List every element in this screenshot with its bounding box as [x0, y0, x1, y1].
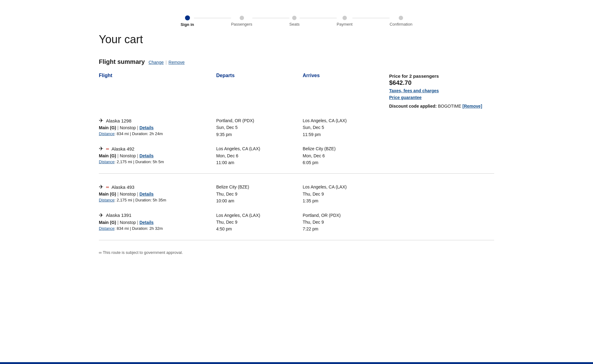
distance-link[interactable]: Distance — [99, 226, 115, 231]
change-link[interactable]: Change — [149, 60, 164, 65]
page-title: Your cart — [99, 33, 494, 46]
flight-summary-header: Flight summary Change | Remove — [99, 58, 494, 65]
flight-name-row-1-0: ✈∞Alaska 493 — [99, 184, 216, 190]
col-header-departs: Departs — [216, 73, 303, 109]
step-dot-signin — [185, 15, 190, 20]
col-header-arrives: Arrives — [303, 73, 389, 109]
flight-info-1-0: ✈∞Alaska 493Main (G) | Nonstop | Details… — [99, 184, 216, 202]
footer-note: ∞ This route is subject to government ap… — [99, 248, 494, 255]
progress-step-seats: Seats — [289, 16, 300, 27]
flight-groups: ✈Alaska 1298Main (G) | Nonstop | Details… — [99, 112, 494, 240]
flight-row-0-1: ✈∞Alaska 492Main (G) | Nonstop | Details… — [99, 140, 494, 168]
departs-cell-1-1: Los Angeles, CA (LAX)Thu, Dec 94:50 pm — [216, 212, 303, 233]
flight-type: Nonstop — [120, 220, 136, 225]
sep2: | — [137, 153, 138, 158]
flight-name-row-0-1: ✈∞Alaska 492 — [99, 145, 216, 152]
departs-cell-0-0: Portland, OR (PDX)Sun, Dec 59:35 pm — [216, 117, 303, 138]
progress-step-payment: Payment — [337, 16, 352, 27]
arrives-cell-1-0: Los Angeles, CA (LAX)Thu, Dec 91:35 pm — [303, 184, 389, 204]
flight-distance-row-1-0: Distance: 2,175 mi | Duration: 5h 35m — [99, 198, 216, 202]
price-guarantee-link[interactable]: Price guarantee — [389, 95, 494, 100]
sep1: | — [117, 220, 119, 225]
flight-row-1-0: ✈∞Alaska 493Main (G) | Nonstop | Details… — [99, 179, 494, 207]
sep1: | — [117, 153, 119, 158]
flight-class: Main (G) — [99, 125, 116, 130]
step-dot-seats — [292, 16, 296, 20]
col-header-flight: Flight — [99, 73, 216, 109]
sep2: | — [137, 192, 138, 196]
step-label-payment: Payment — [337, 22, 352, 27]
flight-row-1-1: ✈Alaska 1391Main (G) | Nonstop | Details… — [99, 207, 494, 235]
discount-remove-link[interactable]: [Remove] — [462, 104, 482, 109]
discount-section: Discount code applied: BOGOTIME [Remove] — [389, 104, 494, 109]
step-dot-payment — [343, 16, 347, 20]
flight-details-link[interactable]: Details — [139, 125, 154, 130]
flight-info-0-0: ✈Alaska 1298Main (G) | Nonstop | Details… — [99, 117, 216, 136]
flight-details-row-0-0: Main (G) | Nonstop | Details — [99, 125, 216, 130]
remove-flight-link[interactable]: Remove — [169, 60, 185, 65]
step-label-signin: Sign in — [181, 22, 194, 27]
distance-link[interactable]: Distance — [99, 131, 115, 136]
flight-distance-row-0-1: Distance: 2,175 mi | Duration: 5h 5m — [99, 159, 216, 164]
departs-cell-0-1: Los Angeles, CA (LAX)Mon, Dec 611:00 am — [216, 145, 303, 166]
flight-class: Main (G) — [99, 220, 116, 225]
flight-name-row-1-1: ✈Alaska 1391 — [99, 212, 216, 219]
airline-name: Alaska 493 — [111, 184, 134, 190]
sep1: | — [117, 192, 119, 196]
distance-link[interactable]: Distance — [99, 198, 115, 202]
flight-details-link[interactable]: Details — [139, 220, 154, 225]
step-label-seats: Seats — [289, 22, 300, 27]
sep2: | — [137, 125, 138, 130]
flight-group-0: ✈Alaska 1298Main (G) | Nonstop | Details… — [99, 112, 494, 174]
flight-details-row-1-1: Main (G) | Nonstop | Details — [99, 220, 216, 225]
airline-name: Alaska 1298 — [106, 118, 132, 123]
price-header-text: Price for 2 passengers — [389, 73, 494, 79]
section-title: Flight summary — [99, 58, 145, 65]
flight-details-link[interactable]: Details — [139, 153, 154, 158]
flight-type: Nonstop — [120, 125, 136, 130]
distance-link[interactable]: Distance — [99, 159, 115, 164]
step-dot-confirmation — [399, 16, 403, 20]
plane-icon: ✈ — [99, 212, 103, 219]
infinity-badge: ∞ — [106, 184, 109, 189]
step-label-confirmation: Confirmation — [389, 22, 412, 27]
flight-details-row-1-0: Main (G) | Nonstop | Details — [99, 192, 216, 196]
departs-cell-1-0: Belize City (BZE)Thu, Dec 910:00 am — [216, 184, 303, 204]
plane-icon: ✈ — [99, 184, 103, 190]
progress-line-3 — [300, 18, 337, 18]
flight-row-0-0: ✈Alaska 1298Main (G) | Nonstop | Details… — [99, 112, 494, 140]
infinity-badge: ∞ — [106, 146, 109, 151]
discount-code: BOGOTIME — [438, 104, 461, 109]
flight-type: Nonstop — [120, 153, 136, 158]
flight-class: Main (G) — [99, 153, 116, 158]
flight-name-row-0-0: ✈Alaska 1298 — [99, 117, 216, 124]
progress-bar: Sign in Passengers Seats Payment Confirm… — [99, 9, 494, 27]
progress-line-1 — [194, 18, 231, 18]
airline-name: Alaska 1391 — [106, 213, 132, 218]
col-header-price: Price for 2 passengers $642.70 Taxes, fe… — [389, 73, 494, 109]
discount-label: Discount code applied: — [389, 104, 437, 109]
price-amount: $642.70 — [389, 79, 494, 86]
flight-group-1: ✈∞Alaska 493Main (G) | Nonstop | Details… — [99, 179, 494, 240]
airline-name: Alaska 492 — [111, 146, 134, 151]
plane-icon: ✈ — [99, 145, 103, 152]
arrives-cell-0-0: Los Angeles, CA (LAX)Sun, Dec 511:59 pm — [303, 117, 389, 138]
flight-details-link[interactable]: Details — [139, 192, 154, 196]
step-dot-passengers — [240, 16, 244, 20]
flight-class: Main (G) — [99, 192, 116, 196]
arrives-cell-1-1: Portland, OR (PDX)Thu, Dec 97:22 pm — [303, 212, 389, 233]
flight-distance-row-1-1: Distance: 834 mi | Duration: 2h 32m — [99, 226, 216, 231]
progress-step-passengers: Passengers — [231, 16, 252, 27]
section-actions: Change | Remove — [149, 60, 185, 65]
arrives-cell-0-1: Belize City (BZE)Mon, Dec 66:05 pm — [303, 145, 389, 166]
step-label-passengers: Passengers — [231, 22, 252, 27]
flight-details-row-0-1: Main (G) | Nonstop | Details — [99, 153, 216, 158]
plane-icon: ✈ — [99, 117, 103, 124]
progress-line-4 — [352, 18, 389, 18]
flight-info-0-1: ✈∞Alaska 492Main (G) | Nonstop | Details… — [99, 145, 216, 164]
flight-info-1-1: ✈Alaska 1391Main (G) | Nonstop | Details… — [99, 212, 216, 231]
column-headers: Flight Departs Arrives Price for 2 passe… — [99, 73, 494, 112]
sep2: | — [137, 220, 138, 225]
footer-note-text: ∞ This route is subject to government ap… — [99, 250, 183, 255]
taxes-fees-link[interactable]: Taxes, fees and charges — [389, 88, 494, 93]
